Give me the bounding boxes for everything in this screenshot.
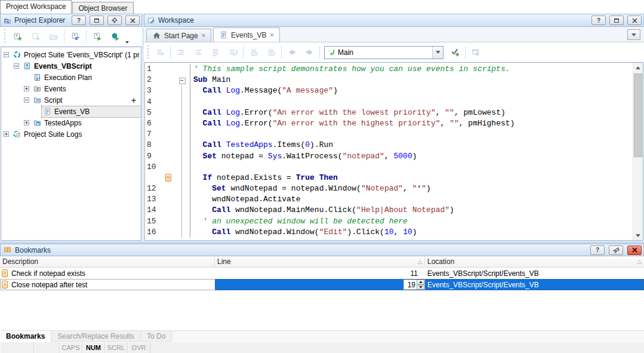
gutter-margin bbox=[163, 108, 174, 118]
bookmark-location-cell[interactable]: Events_VBScript/Script/Events_VB bbox=[425, 268, 644, 279]
run-project-button[interactable] bbox=[89, 29, 106, 44]
top-tab-object-browser[interactable]: Object Browser bbox=[72, 2, 133, 14]
bookmark-description-cell[interactable]: 0Check if notepad exists bbox=[0, 268, 215, 279]
bottom-tab-bookmarks[interactable]: Bookmarks bbox=[0, 331, 51, 342]
code-line-2: 2Sub Main bbox=[145, 75, 633, 85]
organize-tests-button[interactable] bbox=[67, 29, 84, 44]
bookmarks-header: Bookmarks ? bbox=[0, 244, 644, 256]
line-number-editor[interactable]: 19 bbox=[403, 280, 425, 290]
code-editor[interactable]: 1' This sample script demonstrates how y… bbox=[144, 62, 643, 241]
doc-tab-label: Events_VB bbox=[231, 31, 266, 39]
ws-help-button[interactable]: ? bbox=[591, 16, 606, 25]
bookmark-icon: 1 bbox=[2, 281, 8, 288]
bookmark-row-0[interactable]: 0Check if notepad exists11Events_VBScrip… bbox=[0, 268, 644, 279]
run-selection-icon bbox=[155, 48, 165, 57]
routine-combo-arrow[interactable] bbox=[432, 47, 443, 59]
tree-item-project-suite-events-vbscript-1-projec[interactable]: Project Suite 'Events_VBScript' (1 proje… bbox=[1, 49, 141, 60]
ws-close-button[interactable] bbox=[627, 16, 642, 25]
tree-item-project-suite-logs[interactable]: Project Suite Logs bbox=[1, 128, 141, 140]
add-project-button[interactable] bbox=[9, 29, 26, 44]
fold-collapse-box[interactable] bbox=[174, 75, 190, 85]
code-line-12: 12 Set wndNotepad = notepad.Window("Note… bbox=[145, 183, 633, 194]
top-tab-project-workspace[interactable]: Project Workspace bbox=[0, 0, 72, 14]
bookmark-location-cell[interactable]: Events_VBScript/Script/Events_VB bbox=[425, 279, 644, 290]
tab-overflow-button[interactable] bbox=[627, 29, 640, 40]
fold-margin bbox=[174, 129, 190, 140]
tree-item-events-vb[interactable]: Events_VB bbox=[1, 106, 141, 117]
tree-expander-plus[interactable] bbox=[24, 120, 29, 125]
project-icon bbox=[22, 62, 32, 71]
add-item-button bbox=[27, 29, 44, 44]
editor-vertical-scrollbar[interactable] bbox=[633, 63, 643, 240]
code-text: Set notepad = Sys.WaitProcess("notepad",… bbox=[190, 151, 417, 162]
bookmarks-column-headers: DescriptionLine△Location△ bbox=[0, 256, 644, 268]
scrollbar-thumb[interactable] bbox=[634, 73, 642, 157]
spinner-up-button[interactable] bbox=[417, 280, 424, 285]
bookmarks-column-description[interactable]: Description bbox=[0, 256, 215, 267]
code-line-6: 6 Call Log.Error("An error with the high… bbox=[145, 118, 633, 129]
line-number: 3 bbox=[145, 85, 163, 96]
pe-pin-button[interactable] bbox=[107, 16, 122, 25]
bottom-tab-to-do[interactable]: To Do bbox=[141, 331, 172, 342]
bookmark-line-cell[interactable]: 11 bbox=[215, 268, 425, 279]
tree-expander-minus[interactable] bbox=[4, 52, 9, 57]
routine-combo[interactable]: Main bbox=[324, 46, 443, 59]
project-explorer-panel: Project Explorer ? Project Suite 'Events… bbox=[0, 14, 142, 241]
bookmarks-column-location[interactable]: Location△ bbox=[425, 256, 644, 267]
indent-button bbox=[190, 45, 207, 60]
doc-tab-close-icon[interactable]: ✕ bbox=[269, 32, 274, 38]
code-line-11: 0 If notepad.Exists = True Then bbox=[145, 173, 633, 183]
project-tree: Project Suite 'Events_VBScript' (1 proje… bbox=[1, 47, 141, 241]
code-text: wndNotepad.Activate bbox=[190, 194, 300, 205]
tree-expander-plus[interactable] bbox=[24, 86, 29, 91]
bookmarks-empty-area bbox=[0, 290, 644, 330]
bm-close-button[interactable] bbox=[627, 245, 642, 255]
bookmark-line-value: 11 bbox=[411, 269, 418, 278]
gutter-margin bbox=[163, 216, 174, 227]
code-line-15: 15 ' an unexpected window will be detect… bbox=[145, 216, 633, 227]
bookmark-line-cell[interactable]: 19 bbox=[215, 279, 425, 290]
code-text: Call wndNotepad.Window("Edit").Click(10,… bbox=[190, 227, 417, 238]
doc-tab-close-icon[interactable]: ✕ bbox=[201, 32, 206, 39]
bm-pin-button[interactable] bbox=[609, 245, 623, 255]
fold-margin bbox=[174, 140, 190, 151]
status-indicator-num: NUM bbox=[82, 342, 105, 353]
bookmark-icon: 0 bbox=[2, 269, 8, 277]
run-dropdown-caret[interactable] bbox=[125, 41, 129, 44]
code-line-14: 14 Call wndNotepad.MainMenu.Click("Help|… bbox=[145, 205, 633, 216]
bookmark-row-1[interactable]: 1Close notepad after test19Events_VBScri… bbox=[0, 279, 644, 290]
bottom-tab-search-replace-results[interactable]: Search/Replace Results bbox=[51, 331, 141, 342]
doc-tab-events-vb[interactable]: Events_VB✕ bbox=[213, 27, 280, 42]
bookmark-icon[interactable]: 0 bbox=[165, 174, 171, 182]
tree-item-events-vbscript[interactable]: Events_VBScript bbox=[1, 60, 141, 72]
code-area[interactable]: 1' This sample script demonstrates how y… bbox=[145, 63, 633, 240]
spinner-down-button[interactable] bbox=[417, 285, 424, 290]
tree-item-testedapps[interactable]: TestedApps bbox=[1, 117, 141, 128]
pe-close-button[interactable] bbox=[125, 16, 140, 25]
add-checkpoint-button[interactable] bbox=[446, 45, 463, 60]
pe-restore-button[interactable] bbox=[90, 16, 104, 25]
scroll-up-button[interactable] bbox=[633, 63, 643, 72]
ws-restore-button[interactable] bbox=[609, 16, 624, 25]
nav-forward-button bbox=[301, 45, 318, 60]
tree-expander-minus[interactable] bbox=[24, 97, 29, 103]
tree-expander-plus[interactable] bbox=[4, 131, 9, 137]
tree-expander-minus[interactable] bbox=[14, 63, 19, 69]
line-number: 15 bbox=[145, 216, 163, 227]
tree-item-script[interactable]: Script+ bbox=[1, 94, 141, 106]
bm-help-button[interactable]: ? bbox=[590, 245, 605, 255]
open-item-button bbox=[45, 29, 61, 44]
doc-tab-start-page[interactable]: Start Page✕ bbox=[146, 29, 211, 42]
tree-item-execution-plan[interactable]: Execution Plan bbox=[1, 72, 141, 83]
add-script-item-button[interactable]: + bbox=[131, 96, 136, 105]
line-number: 8 bbox=[145, 140, 163, 151]
add-item-icon bbox=[30, 32, 40, 41]
bookmark-description-cell[interactable]: 1Close notepad after test bbox=[0, 279, 215, 290]
pe-help-button[interactable]: ? bbox=[72, 16, 86, 25]
scroll-down-button[interactable] bbox=[633, 231, 643, 240]
status-indicator-scrl: SCRL bbox=[105, 342, 128, 353]
toolbar-grip[interactable] bbox=[147, 45, 149, 60]
bookmarks-column-line[interactable]: Line△ bbox=[215, 256, 425, 267]
tree-item-events[interactable]: Events bbox=[1, 83, 141, 94]
run-project-suite-button[interactable] bbox=[107, 29, 124, 44]
